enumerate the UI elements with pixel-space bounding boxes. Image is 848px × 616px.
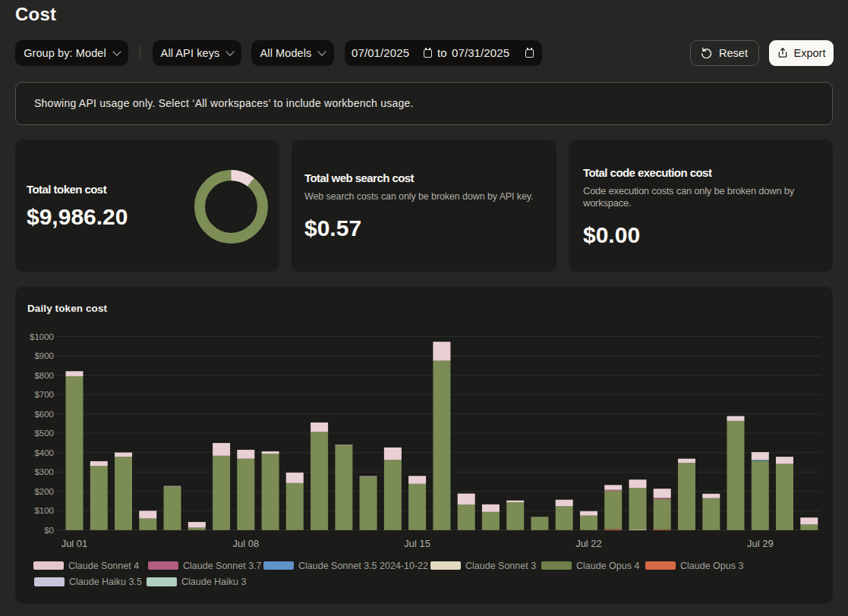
svg-text:$800: $800 — [34, 371, 54, 380]
svg-text:$1000: $1000 — [30, 332, 54, 341]
svg-text:$900: $900 — [34, 351, 54, 360]
svg-text:Jul 01: Jul 01 — [61, 538, 88, 549]
svg-text:$300: $300 — [34, 467, 54, 476]
svg-text:$400: $400 — [34, 448, 54, 457]
svg-text:Jul 08: Jul 08 — [232, 538, 259, 549]
svg-text:Jul 15: Jul 15 — [404, 538, 430, 549]
svg-text:$100: $100 — [34, 506, 54, 515]
svg-text:Jul 29: Jul 29 — [747, 538, 774, 549]
svg-text:Jul 22: Jul 22 — [575, 538, 602, 549]
svg-text:$600: $600 — [34, 410, 54, 419]
svg-text:$200: $200 — [34, 487, 54, 496]
svg-text:$500: $500 — [34, 429, 54, 438]
svg-text:$700: $700 — [34, 390, 54, 399]
svg-text:$0: $0 — [44, 526, 54, 535]
